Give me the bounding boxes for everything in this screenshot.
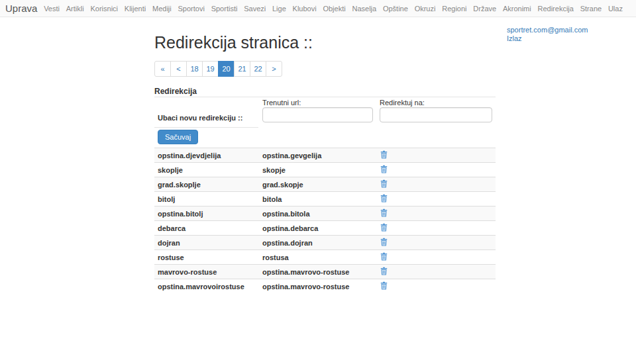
- nav-item-op-tine[interactable]: Opštine: [383, 5, 408, 13]
- trash-icon: [380, 238, 388, 246]
- current-url-label: Trenutni url:: [262, 99, 301, 107]
- nav-item-regioni[interactable]: Regioni: [442, 5, 466, 13]
- nav-item-artikli[interactable]: Artikli: [66, 5, 84, 13]
- delete-button[interactable]: [380, 281, 388, 290]
- current-url-input[interactable]: [262, 107, 373, 122]
- redirect-to: opstina.gevgelija: [262, 152, 321, 159]
- nav-item-mediji[interactable]: Mediji: [152, 5, 172, 13]
- nav-item-savezi[interactable]: Savezi: [244, 5, 266, 13]
- redirects-table: opstina.djevdjelija opstina.gevgelija sk…: [154, 148, 496, 294]
- redirect-from: debarca: [158, 224, 186, 232]
- redirect-to: grad.skopje: [262, 181, 303, 189]
- page-button-first[interactable]: «: [154, 61, 171, 77]
- new-redirect-label: Ubaci novu redirekciju ::: [158, 114, 242, 122]
- section-divider: [154, 97, 496, 97]
- delete-button[interactable]: [380, 208, 388, 217]
- delete-button[interactable]: [380, 179, 388, 188]
- save-button[interactable]: Sačuvaj: [158, 130, 198, 144]
- redirect-from: rostuse: [158, 253, 184, 261]
- trash-icon: [380, 252, 388, 261]
- pagination: «<1819202122>: [154, 61, 282, 77]
- redirect-to: opstina.dojran: [262, 239, 313, 247]
- page-button-21[interactable]: 21: [234, 61, 250, 77]
- page-button-19[interactable]: 19: [202, 61, 219, 77]
- delete-button[interactable]: [380, 223, 388, 232]
- trash-icon: [380, 267, 388, 275]
- nav-item-objekti[interactable]: Objekti: [323, 5, 345, 13]
- redirect-from: opstina.mavrovoirostuse: [158, 283, 244, 291]
- account-links: sportret.com@gmail.com Izlaz: [507, 26, 588, 43]
- delete-button[interactable]: [380, 194, 388, 203]
- redirect-to-label: Redirektuj na:: [380, 99, 425, 107]
- nav-item-okruzi[interactable]: Okruzi: [415, 5, 436, 13]
- account-email-link[interactable]: sportret.com@gmail.com: [507, 26, 588, 34]
- redirect-from: mavrovo-rostuse: [158, 268, 217, 276]
- redirect-to: opstina.debarca: [262, 224, 318, 232]
- nav-item-lige[interactable]: Lige: [272, 5, 286, 13]
- page-button-18[interactable]: 18: [186, 61, 203, 77]
- navbar: Uprava VestiArtikliKorisniciKlijentiMedi…: [0, 0, 636, 17]
- table-row: opstina.bitolj opstina.bitola: [154, 206, 496, 221]
- nav-item-korisnici[interactable]: Korisnici: [90, 5, 118, 13]
- redirect-to: opstina.mavrovo-rostuse: [262, 268, 349, 276]
- nav-item-vesti[interactable]: Vesti: [44, 5, 60, 13]
- delete-button[interactable]: [380, 165, 388, 173]
- brand-link[interactable]: Uprava: [5, 3, 37, 14]
- nav-item-dr-ave[interactable]: Države: [473, 5, 496, 13]
- redirect-from: dojran: [158, 239, 180, 247]
- nav-item-strane[interactable]: Strane: [580, 5, 602, 13]
- page-button-prev[interactable]: <: [170, 61, 187, 77]
- redirect-from: opstina.djevdjelija: [158, 152, 221, 159]
- redirect-from: skoplje: [158, 166, 183, 174]
- redirect-to: rostusa: [262, 253, 289, 261]
- table-row: mavrovo-rostuse opstina.mavrovo-rostuse: [154, 265, 496, 279]
- trash-icon: [380, 194, 388, 203]
- trash-icon: [380, 223, 388, 232]
- delete-button[interactable]: [380, 238, 388, 246]
- nav-item-naselja[interactable]: Naselja: [352, 5, 376, 13]
- table-row: rostuse rostusa: [154, 250, 496, 265]
- redirect-from: bitolj: [158, 195, 175, 203]
- nav-item-ulaz[interactable]: Ulaz: [608, 5, 623, 13]
- redirect-from: opstina.bitolj: [158, 210, 203, 218]
- table-row: debarca opstina.debarca: [154, 221, 496, 236]
- redirect-to: opstina.bitola: [262, 210, 310, 218]
- page-title: Redirekcija stranica ::: [154, 33, 313, 52]
- redirect-to: opstina.mavrovo-rostuse: [262, 283, 349, 291]
- delete-button[interactable]: [380, 267, 388, 275]
- redirect-to: bitola: [262, 195, 282, 203]
- redirect-to-input[interactable]: [380, 107, 492, 122]
- nav-item-klijenti[interactable]: Klijenti: [125, 5, 146, 13]
- logout-link[interactable]: Izlaz: [507, 34, 588, 43]
- redirect-to: skopje: [262, 166, 286, 174]
- trash-icon: [380, 208, 388, 217]
- table-row: opstina.djevdjelija opstina.gevgelija: [154, 148, 496, 163]
- redirects-body: opstina.djevdjelija opstina.gevgelija sk…: [154, 148, 496, 294]
- trash-icon: [380, 150, 388, 159]
- table-row: opstina.mavrovoirostuse opstina.mavrovo-…: [154, 279, 496, 294]
- nav-item-klubovi[interactable]: Klubovi: [293, 5, 317, 13]
- delete-button[interactable]: [380, 252, 388, 261]
- form-cell-divider: [154, 127, 258, 128]
- page-button-20[interactable]: 20: [218, 61, 235, 77]
- table-row: dojran opstina.dojran: [154, 236, 496, 250]
- trash-icon: [380, 281, 388, 290]
- page-button-22[interactable]: 22: [250, 61, 266, 77]
- nav-item-sportisti[interactable]: Sportisti: [211, 5, 238, 13]
- table-row: grad.skoplje grad.skopje: [154, 177, 496, 192]
- nav-item-akronimi[interactable]: Akronimi: [503, 5, 531, 13]
- nav-item-sportovi[interactable]: Sportovi: [178, 5, 205, 13]
- redirect-from: grad.skoplje: [158, 181, 201, 189]
- delete-button[interactable]: [380, 150, 388, 159]
- trash-icon: [380, 179, 388, 188]
- table-row: bitolj bitola: [154, 192, 496, 206]
- page-button-next[interactable]: >: [266, 61, 282, 77]
- nav-item-redirekcija[interactable]: Redirekcija: [538, 5, 574, 13]
- trash-icon: [380, 165, 388, 173]
- section-title: Redirekcija: [154, 87, 197, 96]
- table-row: skoplje skopje: [154, 163, 496, 177]
